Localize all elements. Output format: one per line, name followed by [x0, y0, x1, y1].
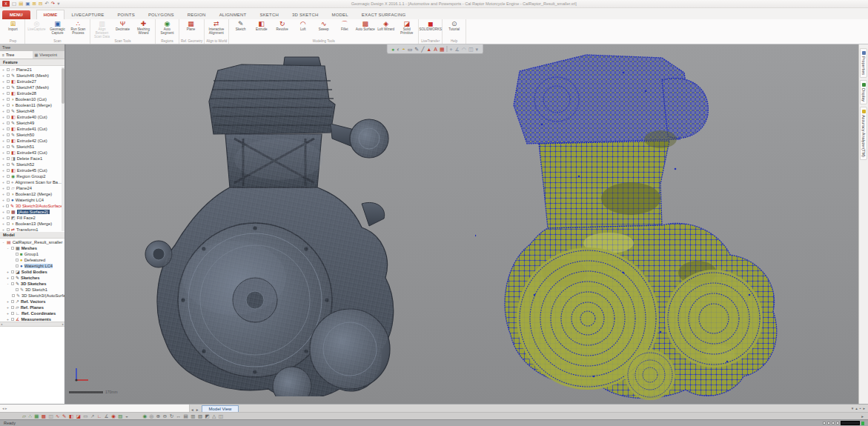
expand-icon[interactable]: + — [2, 222, 5, 226]
checkbox[interactable] — [7, 122, 10, 124]
solid-body-display-button[interactable]: ◪ — [76, 413, 81, 419]
left-engine-mesh-render[interactable] — [130, 56, 405, 396]
shade-mode-button[interactable]: ◐ — [397, 46, 400, 53]
feature-extrude40-cut[interactable]: +◧Extrude40 (Cut) — [0, 114, 64, 120]
checkbox[interactable] — [7, 139, 10, 142]
open-button[interactable]: ▤ — [19, 1, 23, 7]
checkbox[interactable] — [7, 80, 10, 83]
curve-display-button[interactable]: ∿ — [56, 413, 59, 419]
model-meshes[interactable]: -▦Meshes — [0, 245, 64, 251]
new-button[interactable]: ▢ — [12, 1, 16, 7]
model-view-tab[interactable]: Model View — [202, 405, 239, 412]
measure-angle-button[interactable]: ∡ — [455, 46, 460, 53]
feature-sketch52[interactable]: +✎Sketch52 — [0, 162, 64, 167]
expand-icon[interactable]: + — [6, 311, 10, 316]
feature-extrude41-cut[interactable]: +◧Extrude41 (Cut) — [0, 126, 64, 132]
tab-model[interactable]: MODEL — [325, 10, 354, 19]
tab-3d-sketch[interactable]: 3D SKETCH — [285, 10, 325, 19]
expand-icon[interactable]: + — [2, 145, 5, 149]
auto-surface-button[interactable]: ▩Auto Surface — [355, 20, 375, 32]
expand-icon[interactable]: + — [2, 181, 5, 184]
top-view-button[interactable]: ▧ — [198, 413, 202, 419]
checkbox[interactable] — [7, 181, 10, 184]
interactive-alignment-button[interactable]: ⇄Interactive Alignment — [206, 20, 226, 36]
tab-livecapture[interactable]: LIVECAPTURE — [64, 10, 110, 19]
checkbox[interactable] — [7, 145, 10, 148]
expand-icon[interactable]: + — [2, 110, 5, 113]
checkbox[interactable] — [7, 116, 10, 119]
checkbox[interactable] — [11, 312, 14, 315]
checkbox[interactable] — [7, 110, 10, 113]
expand-icon[interactable]: + — [2, 116, 5, 119]
model-sketches[interactable]: +✎Sketches — [0, 275, 64, 281]
perspective-view-button[interactable]: △ — [212, 413, 216, 419]
auto-segment-button[interactable]: ◉Auto Segment — [157, 20, 177, 36]
mesh-display-button[interactable]: ▦ — [34, 413, 39, 419]
silhouette-display-button[interactable]: ◒ — [125, 413, 128, 419]
checkbox[interactable] — [7, 175, 10, 178]
feature-region-group2[interactable]: +◉Region Group2 — [0, 173, 64, 179]
checkbox[interactable] — [7, 74, 10, 77]
prev-view-tab-button[interactable]: ◂ — [190, 407, 195, 412]
feature-sketch48[interactable]: +✎Sketch48 — [0, 108, 64, 114]
plane-display-button[interactable]: ▱ — [22, 413, 26, 419]
checkbox[interactable] — [7, 92, 10, 95]
expand-icon[interactable]: - — [6, 246, 10, 250]
right-engine-surface-render[interactable] — [475, 50, 790, 400]
model-calraptor-result-smaller[interactable]: -▤CalRaptor_Result_smaller — [0, 239, 64, 245]
model-3d-sketch1[interactable]: ✎3D Sketch1 — [0, 287, 64, 293]
expand-icon[interactable]: + — [2, 122, 5, 125]
boundary-display-button[interactable]: ◫ — [48, 413, 53, 419]
expand-icon[interactable]: + — [2, 80, 5, 84]
run-scan-process-button[interactable]: ∴Run Scan Process — [68, 20, 88, 36]
iso-view-button[interactable]: ◩ — [205, 413, 210, 419]
checkbox[interactable] — [7, 228, 10, 231]
feature-sketch46-mesh[interactable]: +✎Sketch46 (Mesh) — [0, 73, 64, 79]
model-solid-bodies[interactable]: +◪Solid Bodies — [0, 269, 64, 275]
solidworks-button[interactable]: ◼SOLIDWORKS — [420, 20, 440, 32]
expand-icon[interactable]: + — [2, 86, 5, 90]
expand-icon[interactable]: + — [2, 127, 5, 131]
model-3d-sketch3-autosurfacer[interactable]: ✎3D Sketch3/(AutoSurfaceR... — [0, 293, 64, 299]
tab-polygons[interactable]: POLYGONS — [142, 10, 181, 19]
model-ref-coordinates[interactable]: +∟Ref. Coordinates — [0, 310, 64, 316]
measure-distance-button[interactable]: ⌖ — [450, 46, 453, 53]
model-3d-sketches[interactable]: -✎3D Sketches — [0, 281, 64, 287]
expand-icon[interactable]: + — [2, 210, 5, 214]
expand-icon[interactable]: + — [2, 68, 5, 72]
feature-sketch50[interactable]: +✎Sketch50 — [0, 132, 64, 138]
qat-dropdown-button[interactable]: ▾ — [57, 1, 59, 7]
front-view-button[interactable]: ▤ — [184, 413, 188, 419]
surface-body-display-button[interactable]: ◧ — [69, 413, 73, 419]
feature-boolean11-merge[interactable]: +◑Boolean11 (Merge) — [0, 102, 64, 108]
checkbox[interactable] — [7, 193, 10, 196]
select-poly-button[interactable]: ✎ — [414, 46, 419, 53]
fillet-button[interactable]: ⌒Fillet — [334, 20, 354, 32]
model-ref-vectors[interactable]: +↗Ref. Vectors — [0, 299, 64, 304]
checkbox[interactable] — [16, 253, 19, 256]
revolve-button[interactable]: ↻Revolve — [272, 20, 292, 32]
checkbox[interactable] — [11, 300, 14, 303]
feature-boolean13-merge[interactable]: +◑Boolean13 (Merge) — [0, 221, 64, 227]
tab-home[interactable]: HOME — [36, 10, 65, 19]
expand-icon[interactable]: + — [2, 157, 5, 161]
loft-wizard-button[interactable]: ◈Loft Wizard — [376, 20, 396, 32]
side-tab-properties[interactable]: Properties — [860, 48, 867, 78]
annotation-display-button[interactable]: ◉ — [111, 413, 116, 419]
expand-icon[interactable]: + — [2, 216, 5, 220]
feature-extrude43-cut[interactable]: +◧Extrude43 (Cut) — [0, 150, 64, 156]
tab-region[interactable]: REGION — [181, 10, 213, 19]
app-icon[interactable]: X — [2, 1, 10, 7]
expand-icon[interactable]: - — [1, 240, 5, 244]
region-shade-button[interactable]: ◓ — [402, 46, 405, 53]
checkbox[interactable] — [7, 169, 10, 172]
menu-button[interactable]: MENU — [2, 10, 30, 19]
sketch-display-button[interactable]: ✎ — [62, 413, 66, 419]
zoom-area-button[interactable]: ◎ — [150, 413, 154, 419]
rotate-view-button[interactable]: ↻ — [170, 413, 173, 419]
checkbox[interactable] — [7, 210, 10, 213]
checkbox[interactable] — [6, 204, 9, 207]
checkbox[interactable] — [7, 98, 10, 101]
point-cloud-display-button[interactable]: ∴ — [29, 413, 32, 419]
expand-icon[interactable]: + — [2, 163, 5, 167]
